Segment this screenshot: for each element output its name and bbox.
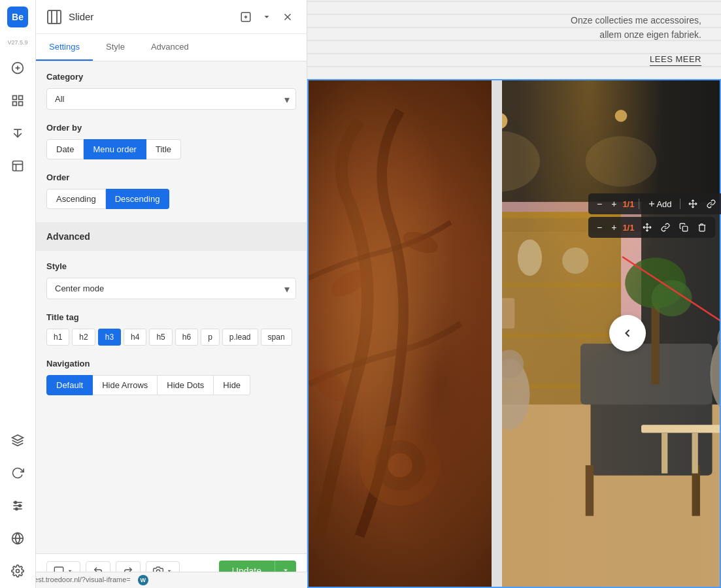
toolbar2-duplicate-button[interactable] xyxy=(676,221,692,234)
be-logo: Be xyxy=(7,7,28,27)
sidebar-icon-globe[interactable] xyxy=(7,528,28,549)
slide-wood xyxy=(309,80,492,587)
navigation-section: Navigation Default Hide Arrows Hide Dots… xyxy=(46,359,296,395)
toolbar2-delete-icon xyxy=(697,223,707,232)
toolbar2-plus-button[interactable]: + xyxy=(608,220,620,235)
order-by-section: Order by Date Menu order Title xyxy=(46,123,296,159)
svg-point-79 xyxy=(625,257,686,308)
svg-rect-67 xyxy=(502,298,514,329)
panel-header-actions xyxy=(237,8,296,25)
svg-point-18 xyxy=(16,508,18,510)
svg-rect-57 xyxy=(502,404,720,587)
order-by-date-button[interactable]: Date xyxy=(46,139,84,159)
svg-point-85 xyxy=(502,350,524,378)
toolbar-move-button[interactable] xyxy=(685,197,701,210)
sidebar-icon-layers[interactable] xyxy=(7,430,28,451)
slider-images xyxy=(309,80,720,587)
sidebar-icon-sliders[interactable] xyxy=(7,495,28,516)
svg-point-64 xyxy=(518,239,542,276)
nav-hide-dots-button[interactable]: Hide Dots xyxy=(158,375,214,395)
sidebar-icon-sort[interactable] xyxy=(7,123,28,144)
order-by-title-button[interactable]: Title xyxy=(146,139,181,159)
svg-point-53 xyxy=(502,131,540,191)
svg-point-54 xyxy=(586,136,657,187)
svg-rect-4 xyxy=(19,96,23,100)
svg-rect-42 xyxy=(309,80,492,587)
title-tag-group: h1 h2 h3 h4 h5 h6 p p.lead span xyxy=(46,329,296,346)
toolbar-add-button[interactable]: Add xyxy=(644,197,675,211)
wp-icon: W xyxy=(138,575,148,585)
category-select[interactable]: All News Products Portfolio xyxy=(46,88,296,110)
svg-point-65 xyxy=(562,248,588,274)
svg-rect-22 xyxy=(48,10,61,24)
advanced-section-header: Advanced xyxy=(36,222,307,251)
svg-rect-49 xyxy=(502,80,720,202)
slider-area xyxy=(307,79,721,588)
title-tag-h4[interactable]: h4 xyxy=(124,329,146,346)
title-tag-h6[interactable]: h6 xyxy=(175,329,198,346)
toolbar2-link-icon xyxy=(661,223,670,232)
sidebar-icon-plus[interactable] xyxy=(7,57,28,78)
panel-header: Slider xyxy=(36,0,307,34)
toolbar-link-button[interactable] xyxy=(703,197,719,210)
panel-content: Category All News Products Portfolio ▾ O… xyxy=(36,61,307,553)
svg-rect-62 xyxy=(502,384,621,388)
svg-rect-71 xyxy=(692,465,700,516)
order-by-group: Date Menu order Title xyxy=(46,139,296,159)
settings-panel: Slider Settings Style Advanced xyxy=(36,0,307,588)
toolbar-minus-button[interactable]: − xyxy=(594,197,605,211)
title-tag-section: Title tag h1 h2 h3 h4 h5 h6 p p.lead spa… xyxy=(46,312,296,346)
top-text-area: Onze collecties me accessoires, allem on… xyxy=(307,0,721,79)
title-tag-span[interactable]: span xyxy=(261,329,292,346)
category-select-wrapper: All News Products Portfolio ▾ xyxy=(46,88,296,110)
svg-rect-5 xyxy=(13,102,17,106)
nav-hide-button[interactable]: Hide xyxy=(214,375,250,395)
toolbar2-link-button[interactable] xyxy=(658,221,673,234)
lees-meer-link[interactable]: LEES MEER xyxy=(650,54,701,66)
svg-rect-6 xyxy=(19,102,23,106)
title-tag-p[interactable]: p xyxy=(201,329,220,346)
sidebar-icon-layout[interactable] xyxy=(7,155,28,176)
tab-settings[interactable]: Settings xyxy=(36,34,93,61)
svg-point-46 xyxy=(327,264,372,302)
toolbar-separator-2 xyxy=(680,199,680,209)
svg-rect-78 xyxy=(652,303,660,384)
title-tag-h1[interactable]: h1 xyxy=(46,329,69,346)
panel-title: Slider xyxy=(69,11,93,22)
order-descending-button[interactable]: Descending xyxy=(106,189,170,209)
panel-add-button[interactable] xyxy=(237,8,254,25)
sidebar-icon-settings[interactable] xyxy=(7,561,28,581)
order-group: Ascending Descending xyxy=(46,189,296,209)
move-icon xyxy=(688,199,697,208)
title-tag-h5[interactable]: h5 xyxy=(149,329,172,346)
toolbar-add-label: Add xyxy=(656,199,671,209)
toolbar2-move-icon xyxy=(643,223,652,232)
title-tag-plead[interactable]: p.lead xyxy=(222,329,258,346)
link-icon xyxy=(707,199,716,208)
order-label: Order xyxy=(46,172,296,182)
style-select[interactable]: Center mode Default Full width xyxy=(46,278,296,299)
panel-close-button[interactable] xyxy=(279,8,296,25)
title-tag-h2[interactable]: h2 xyxy=(72,329,95,346)
nav-hide-arrows-button[interactable]: Hide Arrows xyxy=(93,375,158,395)
tab-style[interactable]: Style xyxy=(93,34,138,61)
main-content: Onze collecties me accessoires, allem on… xyxy=(307,0,721,588)
sidebar-icon-grid[interactable] xyxy=(7,90,28,111)
order-ascending-button[interactable]: Ascending xyxy=(46,189,106,209)
nav-default-button[interactable]: Default xyxy=(46,375,93,395)
svg-rect-3 xyxy=(13,96,17,100)
toolbar-plus-button[interactable]: + xyxy=(608,197,620,211)
order-by-menu-order-button[interactable]: Menu order xyxy=(84,139,146,159)
top-text-content: Onze collecties me accessoires, allem on… xyxy=(571,13,701,66)
toolbar2-minus-button[interactable]: − xyxy=(594,220,605,235)
back-arrow-button[interactable] xyxy=(609,315,646,351)
wood-carving-image xyxy=(309,80,492,587)
toolbar2-move-button[interactable] xyxy=(639,221,655,234)
svg-point-50 xyxy=(502,112,507,129)
toolbar2-delete-button[interactable] xyxy=(694,221,710,234)
sidebar-icon-refresh[interactable] xyxy=(7,463,28,483)
tab-advanced[interactable]: Advanced xyxy=(138,34,202,61)
svg-point-87 xyxy=(717,323,720,354)
panel-dropdown-button[interactable] xyxy=(260,10,274,24)
title-tag-h3[interactable]: h3 xyxy=(98,329,121,346)
